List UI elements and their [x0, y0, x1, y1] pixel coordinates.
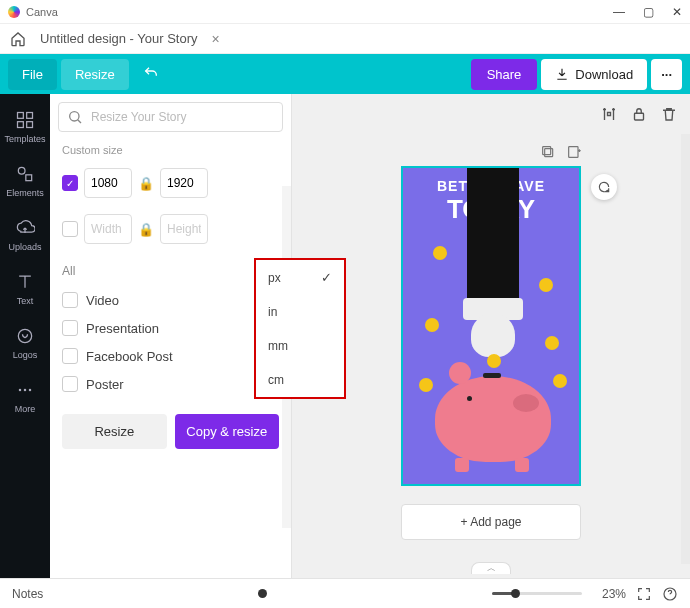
- window-maximize-button[interactable]: ▢: [643, 5, 654, 19]
- svg-point-6: [18, 329, 31, 342]
- height-input-1[interactable]: [160, 168, 208, 198]
- zoom-slider[interactable]: [492, 592, 582, 595]
- zoom-value: 23%: [602, 587, 626, 601]
- refresh-icon: [597, 180, 611, 194]
- unit-option-cm[interactable]: cm: [256, 363, 344, 397]
- document-header: Untitled design - Your Story ×: [0, 24, 690, 54]
- lock-aspect-icon-2[interactable]: 🔒: [138, 222, 154, 237]
- more-icon: [15, 380, 35, 400]
- main-toolbar: File Resize Share Download ···: [0, 54, 690, 94]
- pages-tray-toggle[interactable]: ︿: [471, 562, 511, 574]
- filter-video[interactable]: Video: [62, 286, 279, 314]
- design-coin: [425, 318, 439, 332]
- copy-and-resize-button[interactable]: Copy & resize: [175, 414, 280, 449]
- app-name: Canva: [26, 6, 58, 18]
- lock-icon[interactable]: [630, 105, 648, 123]
- rail-elements[interactable]: Elements: [0, 156, 50, 206]
- logos-icon: [15, 326, 35, 346]
- rail-text[interactable]: Text: [0, 264, 50, 314]
- search-icon: [67, 109, 83, 125]
- svg-point-9: [29, 389, 32, 392]
- height-input-2[interactable]: [160, 214, 208, 244]
- unit-option-in[interactable]: in: [256, 295, 344, 329]
- filter-all-label: All: [62, 264, 279, 278]
- add-page-button[interactable]: + Add page: [401, 504, 581, 540]
- filter-facebook-post[interactable]: Facebook Post: [62, 342, 279, 370]
- svg-point-4: [18, 167, 25, 174]
- svg-rect-1: [27, 113, 33, 119]
- unit-dropdown[interactable]: px in mm cm: [254, 258, 346, 399]
- download-button[interactable]: Download: [541, 59, 647, 90]
- effects-icon[interactable]: [600, 105, 618, 123]
- text-icon: [15, 272, 35, 292]
- dimension-checkbox-2[interactable]: [62, 221, 78, 237]
- fullscreen-icon[interactable]: [636, 586, 652, 602]
- canvas-top-actions: [292, 94, 690, 134]
- svg-point-7: [19, 389, 22, 392]
- svg-point-8: [24, 389, 27, 392]
- duplicate-page-icon[interactable]: [540, 144, 556, 160]
- document-title[interactable]: Untitled design - Your Story: [40, 31, 198, 46]
- svg-rect-0: [18, 113, 24, 119]
- width-input-2[interactable]: [84, 214, 132, 244]
- unit-option-mm[interactable]: mm: [256, 329, 344, 363]
- uploads-icon: [15, 218, 35, 238]
- custom-size-label: Custom size: [50, 140, 291, 160]
- svg-rect-11: [635, 113, 644, 120]
- design-sleeve: [467, 168, 519, 308]
- trash-icon[interactable]: [660, 105, 678, 123]
- add-page-icon[interactable]: [566, 144, 582, 160]
- filter-poster[interactable]: Poster: [62, 370, 279, 398]
- canvas-stage[interactable]: BETTER SAVE TODAY: [292, 134, 690, 578]
- download-icon: [555, 67, 569, 81]
- lock-aspect-icon[interactable]: 🔒: [138, 176, 154, 191]
- window-minimize-button[interactable]: —: [613, 5, 625, 19]
- resize-action-button[interactable]: Resize: [62, 414, 167, 449]
- window-close-button[interactable]: ✕: [672, 5, 682, 19]
- page-indicator[interactable]: [258, 589, 267, 598]
- svg-rect-3: [27, 122, 33, 128]
- artboard-page-1[interactable]: BETTER SAVE TODAY: [401, 166, 581, 486]
- dimension-checkbox-1[interactable]: ✓: [62, 175, 78, 191]
- design-coin: [545, 336, 559, 350]
- svg-rect-5: [26, 175, 32, 181]
- unit-option-px[interactable]: px: [256, 260, 344, 295]
- templates-icon: [15, 110, 35, 130]
- design-coin: [419, 378, 433, 392]
- width-input-1[interactable]: [84, 168, 132, 198]
- svg-rect-14: [569, 147, 578, 158]
- side-rail: Templates Elements Uploads Text Logos Mo…: [0, 94, 50, 578]
- svg-point-10: [70, 112, 79, 121]
- svg-rect-2: [18, 122, 24, 128]
- design-coin: [553, 374, 567, 388]
- canvas-area: BETTER SAVE TODAY: [292, 94, 690, 578]
- home-icon[interactable]: [10, 31, 26, 47]
- help-icon[interactable]: [662, 586, 678, 602]
- design-hand: [471, 313, 515, 357]
- resize-search[interactable]: [58, 102, 283, 132]
- share-button[interactable]: Share: [471, 59, 538, 90]
- filter-presentation[interactable]: Presentation: [62, 314, 279, 342]
- window-titlebar: Canva — ▢ ✕: [0, 0, 690, 24]
- refresh-page-button[interactable]: [591, 174, 617, 200]
- design-piggy-bank: [435, 376, 551, 462]
- resize-panel: Custom size ✓ 🔒 🔒 All Video Presentation…: [50, 94, 292, 578]
- undo-button[interactable]: [133, 57, 169, 92]
- canva-logo-icon: [8, 6, 20, 18]
- file-menu-button[interactable]: File: [8, 59, 57, 90]
- elements-icon: [15, 164, 35, 184]
- close-tab-button[interactable]: ×: [212, 31, 220, 47]
- rail-logos[interactable]: Logos: [0, 318, 50, 368]
- more-menu-button[interactable]: ···: [651, 59, 682, 90]
- design-coin: [487, 354, 501, 368]
- rail-more[interactable]: More: [0, 372, 50, 422]
- dimension-row-1: ✓ 🔒: [50, 160, 291, 206]
- canvas-scrollbar[interactable]: [681, 134, 690, 564]
- notes-button[interactable]: Notes: [12, 587, 43, 601]
- resize-menu-button[interactable]: Resize: [61, 59, 129, 90]
- status-footer: Notes 23%: [0, 578, 690, 608]
- rail-uploads[interactable]: Uploads: [0, 210, 50, 260]
- rail-templates[interactable]: Templates: [0, 102, 50, 152]
- resize-search-input[interactable]: [91, 110, 274, 124]
- svg-rect-13: [543, 147, 551, 155]
